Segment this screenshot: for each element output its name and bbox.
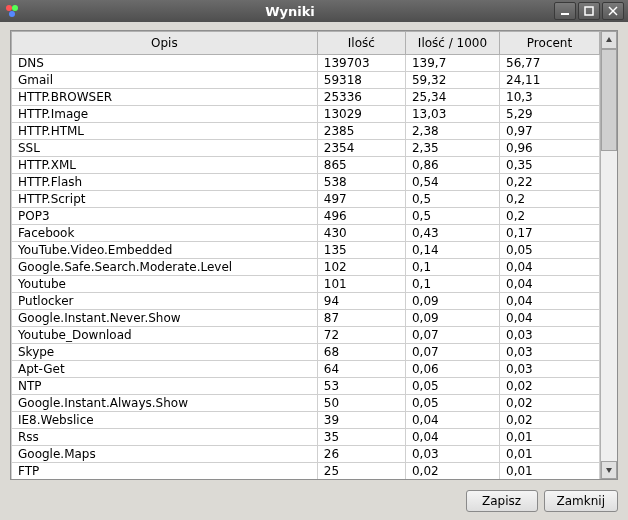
save-button[interactable]: Zapisz: [466, 490, 538, 512]
table-row[interactable]: HTTP.Script4970,50,2: [12, 191, 600, 208]
cell-procent: 0,05: [500, 242, 600, 259]
cell-opis: POP3: [12, 208, 318, 225]
table-row[interactable]: Google.Safe.Search.Moderate.Level1020,10…: [12, 259, 600, 276]
table-row[interactable]: Google.Instant.Never.Show870,090,04: [12, 310, 600, 327]
results-table-scroll: Opis Ilość Ilość / 1000 Procent DNS13970…: [11, 31, 600, 479]
cell-opis: Google.Maps: [12, 446, 318, 463]
cell-opis: NTP: [12, 378, 318, 395]
cell-procent: 0,17: [500, 225, 600, 242]
cell-opis: SSL: [12, 140, 318, 157]
cell-procent: 0,03: [500, 344, 600, 361]
cell-procent: 0,01: [500, 429, 600, 446]
table-row[interactable]: DNS139703139,756,77: [12, 55, 600, 72]
cell-ilosc1000: 0,05: [405, 395, 499, 412]
cell-procent: 0,96: [500, 140, 600, 157]
table-row[interactable]: Youtube1010,10,04: [12, 276, 600, 293]
cell-procent: 0,2: [500, 208, 600, 225]
cell-opis: HTTP.Flash: [12, 174, 318, 191]
cell-opis: Apt-Get: [12, 361, 318, 378]
minimize-button[interactable]: [554, 2, 576, 20]
cell-procent: 24,11: [500, 72, 600, 89]
table-row[interactable]: Google.Instant.Always.Show500,050,02: [12, 395, 600, 412]
table-row[interactable]: YouTube.Video.Embedded1350,140,05: [12, 242, 600, 259]
cell-ilosc1000: 0,05: [405, 378, 499, 395]
table-row[interactable]: HTTP.XML8650,860,35: [12, 157, 600, 174]
cell-procent: 0,03: [500, 327, 600, 344]
cell-ilosc1000: 0,5: [405, 208, 499, 225]
cell-ilosc: 94: [317, 293, 405, 310]
cell-opis: HTTP.HTML: [12, 123, 318, 140]
table-row[interactable]: SSL23542,350,96: [12, 140, 600, 157]
cell-opis: HTTP.Image: [12, 106, 318, 123]
cell-opis: YouTube.Video.Embedded: [12, 242, 318, 259]
cell-ilosc: 101: [317, 276, 405, 293]
cell-ilosc: 865: [317, 157, 405, 174]
cell-ilosc: 35: [317, 429, 405, 446]
cell-opis: Skype: [12, 344, 318, 361]
cell-ilosc1000: 0,43: [405, 225, 499, 242]
window-buttons: [554, 2, 624, 20]
table-row[interactable]: Youtube_Download720,070,03: [12, 327, 600, 344]
cell-procent: 0,35: [500, 157, 600, 174]
vertical-scrollbar[interactable]: [600, 31, 617, 479]
cell-ilosc: 135: [317, 242, 405, 259]
scroll-up-button[interactable]: [601, 31, 617, 49]
table-row[interactable]: Putlocker940,090,04: [12, 293, 600, 310]
cell-ilosc1000: 0,1: [405, 259, 499, 276]
cell-opis: Google.Safe.Search.Moderate.Level: [12, 259, 318, 276]
table-row[interactable]: NTP530,050,02: [12, 378, 600, 395]
col-header-ilosc[interactable]: Ilość: [317, 32, 405, 55]
cell-procent: 0,02: [500, 378, 600, 395]
titlebar: Wyniki: [0, 0, 628, 22]
cell-ilosc1000: 0,54: [405, 174, 499, 191]
scroll-thumb[interactable]: [601, 49, 617, 151]
table-row[interactable]: HTTP.Flash5380,540,22: [12, 174, 600, 191]
close-button[interactable]: [602, 2, 624, 20]
cell-procent: 0,04: [500, 259, 600, 276]
table-row[interactable]: Rss350,040,01: [12, 429, 600, 446]
cell-procent: 0,02: [500, 412, 600, 429]
cell-procent: 0,03: [500, 361, 600, 378]
cell-ilosc: 26: [317, 446, 405, 463]
table-row[interactable]: POP34960,50,2: [12, 208, 600, 225]
maximize-button[interactable]: [578, 2, 600, 20]
table-row[interactable]: FTP250,020,01: [12, 463, 600, 480]
table-row[interactable]: Gmail5931859,3224,11: [12, 72, 600, 89]
close-dialog-button[interactable]: Zamknij: [544, 490, 619, 512]
col-header-procent[interactable]: Procent: [500, 32, 600, 55]
dialog-footer: Zapisz Zamknij: [10, 480, 618, 512]
table-row[interactable]: Google.Maps260,030,01: [12, 446, 600, 463]
scroll-down-button[interactable]: [601, 461, 617, 479]
cell-ilosc1000: 0,07: [405, 344, 499, 361]
table-row[interactable]: Apt-Get640,060,03: [12, 361, 600, 378]
cell-ilosc1000: 0,07: [405, 327, 499, 344]
cell-ilosc: 2354: [317, 140, 405, 157]
cell-ilosc1000: 139,7: [405, 55, 499, 72]
cell-ilosc: 497: [317, 191, 405, 208]
table-row[interactable]: HTTP.Image1302913,035,29: [12, 106, 600, 123]
cell-ilosc: 538: [317, 174, 405, 191]
cell-procent: 5,29: [500, 106, 600, 123]
svg-marker-8: [606, 468, 612, 473]
table-row[interactable]: Skype680,070,03: [12, 344, 600, 361]
client-area: Opis Ilość Ilość / 1000 Procent DNS13970…: [0, 22, 628, 520]
window-title: Wyniki: [26, 4, 554, 19]
scroll-track[interactable]: [601, 49, 617, 461]
table-row[interactable]: Facebook4300,430,17: [12, 225, 600, 242]
cell-opis: Rss: [12, 429, 318, 446]
col-header-ilosc1000[interactable]: Ilość / 1000: [405, 32, 499, 55]
cell-procent: 0,2: [500, 191, 600, 208]
cell-ilosc1000: 0,14: [405, 242, 499, 259]
cell-opis: FTP: [12, 463, 318, 480]
cell-ilosc: 139703: [317, 55, 405, 72]
cell-ilosc: 64: [317, 361, 405, 378]
cell-procent: 10,3: [500, 89, 600, 106]
cell-procent: 0,01: [500, 446, 600, 463]
cell-ilosc1000: 2,35: [405, 140, 499, 157]
table-row[interactable]: HTTP.BROWSER2533625,3410,3: [12, 89, 600, 106]
cell-opis: HTTP.XML: [12, 157, 318, 174]
table-row[interactable]: IE8.Webslice390,040,02: [12, 412, 600, 429]
table-row[interactable]: HTTP.HTML23852,380,97: [12, 123, 600, 140]
col-header-opis[interactable]: Opis: [12, 32, 318, 55]
cell-ilosc1000: 0,5: [405, 191, 499, 208]
